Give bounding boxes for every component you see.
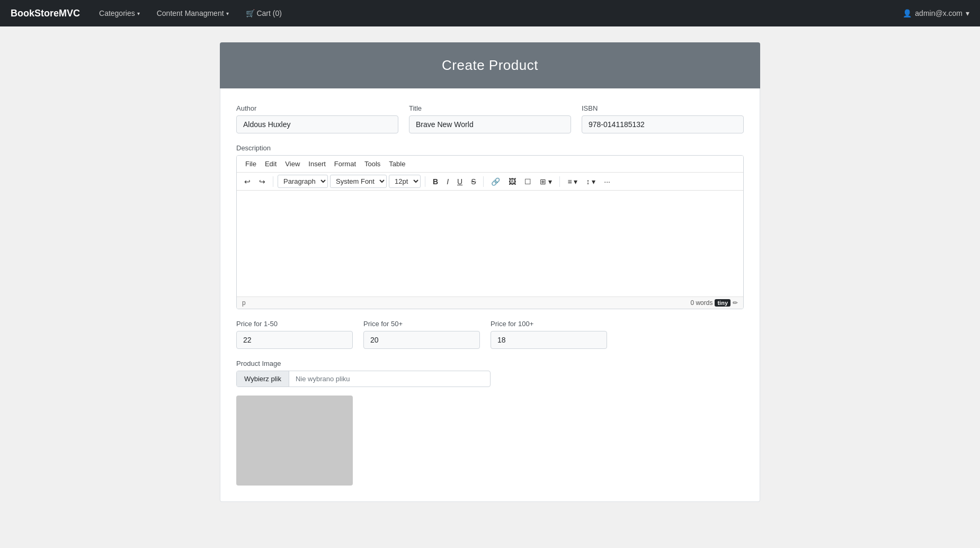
categories-caret: ▾ (137, 11, 140, 16)
user-menu[interactable]: 👤 admin@x.com ▾ (903, 9, 969, 17)
link-button[interactable]: 🔗 (488, 175, 503, 188)
image-button[interactable]: 🖼 (505, 175, 519, 188)
description-section: Description File Edit View Insert Format… (236, 144, 744, 309)
categories-menu[interactable]: Categories ▾ (96, 0, 143, 26)
menu-format[interactable]: Format (330, 158, 360, 170)
size-select[interactable]: 12pt (389, 175, 421, 188)
price-1-50-label: Price for 1-50 (236, 320, 353, 328)
menu-tools[interactable]: Tools (360, 158, 385, 170)
paragraph-indicator: p (242, 299, 246, 307)
cart-link[interactable]: 🛒 Cart (0) (243, 0, 285, 26)
menu-file[interactable]: File (241, 158, 261, 170)
form-card: Author Title ISBN Description File Edit … (220, 88, 760, 502)
menu-edit[interactable]: Edit (261, 158, 281, 170)
divider-2 (425, 176, 425, 187)
editor-toolbar: ↩ ↪ Paragraph System Font 12pt B I U (237, 173, 743, 191)
editor-footer: p 0 words tiny ✏ (237, 297, 743, 309)
isbn-group: ISBN (582, 104, 744, 133)
paragraph-select[interactable]: Paragraph (278, 175, 328, 188)
box-button[interactable]: ☐ (521, 175, 534, 188)
user-icon: 👤 (903, 9, 912, 17)
author-input[interactable] (236, 115, 398, 133)
bold-button[interactable]: B (430, 175, 441, 188)
isbn-label: ISBN (582, 104, 744, 112)
more-button[interactable]: ··· (601, 175, 613, 188)
price-50-input[interactable] (363, 331, 480, 349)
file-name: Nie wybrano pliku (289, 371, 357, 387)
redo-button[interactable]: ↪ (256, 175, 269, 188)
menu-view[interactable]: View (281, 158, 304, 170)
menu-table[interactable]: Table (385, 158, 409, 170)
price-100-label: Price for 100+ (491, 320, 607, 328)
user-email: admin@x.com (915, 9, 963, 17)
image-preview (236, 396, 353, 486)
line-height-button[interactable]: ↕ ▾ (583, 175, 599, 188)
font-select[interactable]: System Font (330, 175, 387, 188)
price-1-50-group: Price for 1-50 (236, 320, 353, 349)
title-input[interactable] (409, 115, 571, 133)
underline-button[interactable]: U (454, 175, 466, 188)
title-group: Title (409, 104, 571, 133)
page-title: Create Product (220, 42, 760, 88)
divider-3 (483, 176, 484, 187)
content-management-label: Content Managment (157, 9, 224, 17)
description-label: Description (236, 144, 744, 152)
content-management-menu[interactable]: Content Managment ▾ (154, 0, 232, 26)
content-management-caret: ▾ (226, 11, 229, 16)
strikethrough-button[interactable]: S (468, 175, 479, 188)
editor-body[interactable] (237, 191, 743, 297)
price-50-label: Price for 50+ (363, 320, 480, 328)
brand-link[interactable]: BookStoreMVC (11, 8, 80, 19)
edit-icon: ✏ (733, 299, 738, 307)
product-image-section: Product Image Wybierz plik Nie wybrano p… (236, 360, 744, 486)
user-caret: ▾ (966, 9, 969, 17)
price-row: Price for 1-50 Price for 50+ Price for 1… (236, 320, 744, 349)
product-image-label: Product Image (236, 360, 744, 367)
undo-button[interactable]: ↩ (241, 175, 254, 188)
editor-wrapper: File Edit View Insert Format Tools Table… (236, 155, 744, 309)
top-fields-row: Author Title ISBN (236, 104, 744, 133)
author-group: Author (236, 104, 398, 133)
title-label: Title (409, 104, 571, 112)
align-button[interactable]: ≡ ▾ (564, 175, 581, 188)
divider-4 (559, 176, 560, 187)
file-input-wrapper: Wybierz plik Nie wybrano pliku (236, 371, 491, 387)
word-count: 0 words (690, 299, 712, 307)
italic-button[interactable]: I (443, 175, 452, 188)
editor-menubar: File Edit View Insert Format Tools Table (237, 156, 743, 173)
navbar: BookStoreMVC Categories ▾ Content Managm… (0, 0, 980, 26)
price-100-group: Price for 100+ (491, 320, 607, 349)
divider-1 (273, 176, 273, 187)
tiny-logo: 0 words tiny ✏ (690, 299, 738, 307)
categories-label: Categories (99, 9, 135, 17)
table-insert-button[interactable]: ⊞ ▾ (537, 175, 555, 188)
author-label: Author (236, 104, 398, 112)
main-content: Create Product Author Title ISBN Descrip… (209, 26, 771, 518)
price-1-50-input[interactable] (236, 331, 353, 349)
isbn-input[interactable] (582, 115, 744, 133)
menu-insert[interactable]: Insert (304, 158, 330, 170)
file-choose-button[interactable]: Wybierz plik (237, 371, 289, 387)
cart-label: 🛒 Cart (0) (246, 9, 282, 17)
price-100-input[interactable] (491, 331, 607, 349)
price-50-group: Price for 50+ (363, 320, 480, 349)
tiny-badge: tiny (715, 299, 730, 307)
